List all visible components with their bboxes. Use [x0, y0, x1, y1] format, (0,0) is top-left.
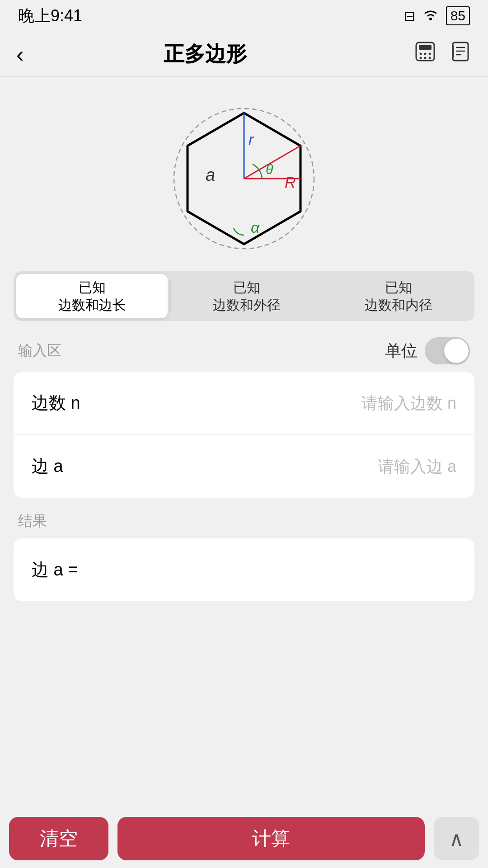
calculate-button[interactable]: 计算: [117, 817, 425, 860]
input-row-sides: 边数 n: [14, 372, 474, 434]
tab-sides-outer[interactable]: 已知 边数和外径: [171, 271, 322, 321]
battery-level-icon: 85: [446, 6, 470, 25]
bottom-bar: 清空 计算 ∧: [0, 809, 488, 868]
notebook-icon[interactable]: [449, 40, 472, 68]
input-row-side-a: 边 a: [14, 434, 474, 498]
calculator-icon[interactable]: [414, 40, 436, 68]
svg-text:a: a: [206, 165, 215, 184]
wifi-icon: [422, 8, 439, 24]
header: ‹ 正多边形: [0, 32, 488, 77]
result-card: 边 a =: [14, 538, 474, 601]
tab-sides-length[interactable]: 已知 边数和边长: [16, 274, 168, 318]
sides-input[interactable]: [122, 394, 456, 413]
result-row-a: 边 a =: [32, 558, 456, 581]
battery-icon: ⊟: [404, 8, 415, 24]
polygon-diagram: a r R θ α: [117, 90, 371, 262]
page-title: 正多边形: [33, 40, 378, 68]
header-action-icons: [414, 40, 472, 68]
chevron-up-icon: ∧: [449, 827, 464, 850]
unit-toggle[interactable]: [425, 337, 470, 364]
svg-point-4: [424, 53, 427, 55]
diagram-area: a r R θ α: [0, 77, 488, 271]
results-label: 结果: [0, 511, 488, 538]
svg-rect-2: [419, 45, 432, 50]
input-section-header: 输入区 单位: [0, 321, 488, 372]
svg-text:α: α: [251, 219, 260, 236]
unit-label: 单位: [385, 340, 418, 362]
status-icons: ⊟ 85: [404, 6, 470, 25]
clear-button[interactable]: 清空: [9, 817, 108, 860]
svg-point-3: [420, 53, 422, 55]
unit-row: 单位: [385, 337, 470, 364]
svg-point-8: [429, 57, 431, 59]
results-section: 结果 边 a =: [0, 511, 488, 601]
back-button[interactable]: ‹: [16, 41, 33, 67]
toggle-knob: [444, 339, 469, 363]
svg-point-0: [429, 18, 432, 20]
scroll-up-button[interactable]: ∧: [434, 817, 479, 860]
svg-point-5: [429, 53, 431, 55]
side-a-input[interactable]: [122, 457, 456, 476]
input-section-label: 输入区: [18, 341, 61, 361]
status-time: 晚上9:41: [18, 5, 82, 27]
sides-label: 边数 n: [32, 392, 122, 415]
tab-sides-inner[interactable]: 已知 边数和内径: [323, 271, 474, 321]
input-card: 边数 n 边 a: [14, 372, 474, 498]
svg-point-7: [424, 57, 427, 59]
side-a-label: 边 a: [32, 455, 122, 478]
status-bar: 晚上9:41 ⊟ 85: [0, 0, 488, 32]
svg-text:r: r: [249, 131, 254, 148]
svg-text:R: R: [285, 174, 296, 191]
svg-point-6: [420, 57, 422, 59]
tabs-container: 已知 边数和边长 已知 边数和外径 已知 边数和内径: [14, 271, 474, 321]
svg-text:θ: θ: [266, 162, 273, 177]
